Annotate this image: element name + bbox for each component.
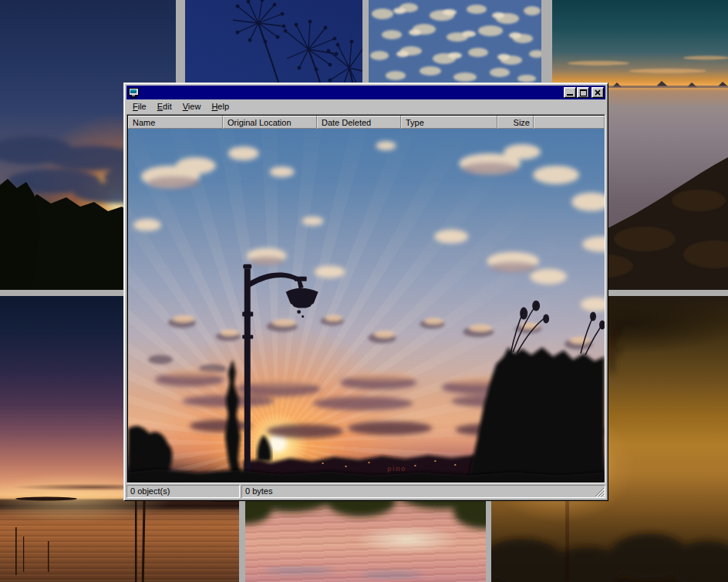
window-titlebar[interactable] xyxy=(126,86,605,99)
status-total-size: 0 bytes xyxy=(241,485,605,498)
computer-icon[interactable] xyxy=(128,87,139,98)
maximize-icon xyxy=(580,89,587,96)
close-icon xyxy=(592,88,603,97)
resize-grip[interactable] xyxy=(595,487,605,497)
sunset-lamp-photo: pino xyxy=(128,129,605,483)
column-header-row: Name Original Location Date Deleted Type… xyxy=(128,116,605,129)
menu-file[interactable]: File xyxy=(127,100,152,113)
recycle-bin-window: File Edit View Help Name Original Locati… xyxy=(123,82,608,501)
menu-bar: File Edit View Help xyxy=(126,99,605,114)
menu-help[interactable]: Help xyxy=(206,100,234,113)
minimize-button[interactable] xyxy=(564,87,576,98)
column-header-size[interactable]: Size xyxy=(497,116,534,129)
menu-edit[interactable]: Edit xyxy=(152,100,177,113)
column-header-type[interactable]: Type xyxy=(401,116,497,129)
column-header-date-deleted[interactable]: Date Deleted xyxy=(317,116,401,129)
photo-watermark: pino xyxy=(387,465,406,473)
column-header-original-location[interactable]: Original Location xyxy=(223,116,317,129)
status-bar: 0 object(s) 0 bytes xyxy=(126,485,605,498)
menu-view[interactable]: View xyxy=(177,100,207,113)
street-lamp-silhouette xyxy=(242,264,318,483)
maximize-button[interactable] xyxy=(577,87,589,98)
list-view[interactable]: Name Original Location Date Deleted Type… xyxy=(126,114,605,483)
minimize-icon xyxy=(567,94,573,96)
close-button[interactable] xyxy=(592,87,604,98)
column-header-filler xyxy=(534,116,605,129)
cypress-silhouette xyxy=(225,360,244,483)
column-header-name[interactable]: Name xyxy=(128,116,223,129)
status-object-count: 0 object(s) xyxy=(126,485,240,498)
cloud-layer-top xyxy=(133,141,605,311)
window-title xyxy=(141,87,563,98)
cloud-shadows-top xyxy=(148,163,536,273)
